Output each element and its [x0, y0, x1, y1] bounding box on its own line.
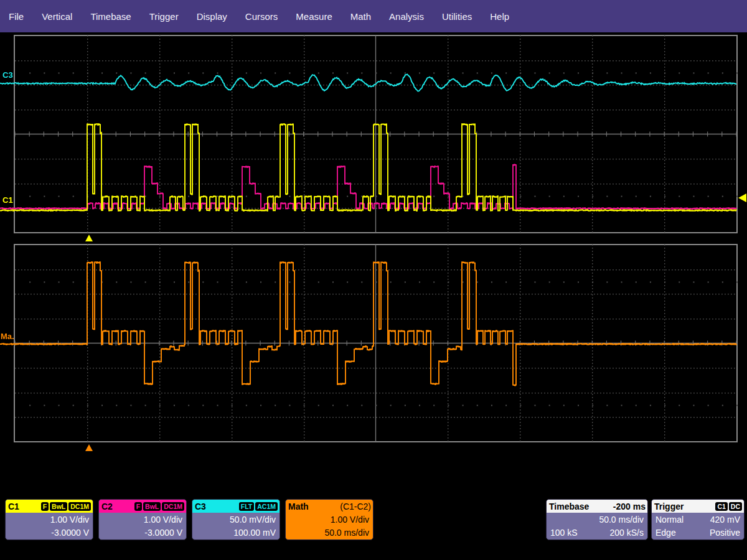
channel-box-header: C1FBwLDC1M [6, 500, 93, 513]
menu-item-analysis[interactable]: Analysis [389, 11, 424, 22]
menu-item-utilities[interactable]: Utilities [442, 11, 472, 22]
trigger-title: Trigger [654, 502, 684, 511]
channel-id-label: C1 [8, 502, 19, 511]
channel-badges: FBwLDC1M [134, 502, 184, 511]
trigger-setting-row: EdgePositive [652, 526, 744, 539]
channel-setting-value: 1.00 V/div [99, 513, 186, 526]
menu-item-vertical[interactable]: Vertical [42, 11, 72, 22]
channel-id-label: C2 [101, 502, 113, 511]
channel-setting-value: -3.0000 V [99, 526, 186, 539]
badge-dc1m: DC1M [68, 502, 91, 511]
channel-id-label: C3 [195, 502, 206, 511]
timebase-box[interactable]: Timebase-200 ms50.0 ms/div100 kS200 kS/s [546, 499, 648, 540]
badge-ac1m: AC1M [255, 502, 278, 511]
timebase-sample-row: 100 kS200 kS/s [547, 526, 647, 539]
channel-setting-value: -3.0000 V [6, 526, 93, 539]
math-trace-label: Ma. [1, 332, 14, 340]
timebase-header: Timebase-200 ms [547, 500, 647, 513]
channel-box-header: C3FLTAC1M [192, 500, 280, 513]
trigger-setting-right: Positive [710, 527, 740, 539]
menu-item-trigger[interactable]: Trigger [149, 11, 179, 22]
badge-dc: DC [729, 502, 742, 511]
waveform-display-top[interactable] [0, 34, 741, 235]
channel-badges: FLTAC1M [239, 502, 278, 511]
timebase-delay-value: -200 ms [613, 502, 646, 511]
badge-f: F [134, 502, 142, 511]
trigger-badges: C1DC [715, 502, 742, 511]
trigger-setting-right: 420 mV [710, 514, 740, 526]
trigger-level-marker[interactable] [738, 194, 746, 202]
channel-box-math[interactable]: Math(C1-C2)1.00 V/div50.0 ms/div [285, 499, 374, 540]
badge-c1: C1 [715, 502, 727, 511]
menu-item-math[interactable]: Math [350, 11, 371, 22]
badge-f: F [41, 502, 49, 511]
channel-setting-value: 1.00 V/div [286, 513, 373, 526]
badge-flt: FLT [239, 502, 254, 511]
badge-bwl: BwL [143, 502, 161, 511]
badge-bwl: BwL [50, 502, 67, 511]
menu-item-measure[interactable]: Measure [296, 11, 332, 22]
channel-box-c1[interactable]: C1FBwLDC1M1.00 V/div-3.0000 V [5, 499, 93, 540]
channel-box-c3[interactable]: C3FLTAC1M50.0 mV/div100.00 mV [192, 499, 280, 540]
badge-dc1m: DC1M [162, 502, 184, 511]
trigger-time-marker-top[interactable] [85, 235, 93, 241]
c1-trace-label: C1 [2, 196, 13, 204]
menu-item-timebase[interactable]: Timebase [90, 11, 131, 22]
trigger-setting-row: Normal420 mV [652, 513, 744, 526]
channel-box-c2[interactable]: C2FBwLDC1M1.00 V/div-3.0000 V [98, 499, 187, 540]
channel-box-header: C2FBwLDC1M [99, 500, 186, 513]
trigger-header: TriggerC1DC [652, 500, 744, 513]
channel-setting-value: 100.00 mV [192, 526, 280, 539]
timebase-title: Timebase [549, 502, 589, 511]
trigger-setting-left: Edge [655, 527, 676, 539]
channel-setting-value: 50.0 ms/div [286, 526, 373, 539]
c3-trace-label: C3 [2, 71, 13, 79]
channel-box-header: Math(C1-C2) [286, 500, 373, 513]
timebase-scale-value: 50.0 ms/div [547, 513, 647, 526]
oscilloscope-screen: FileVerticalTimebaseTriggerDisplayCursor… [0, 0, 747, 560]
menu-bar: FileVerticalTimebaseTriggerDisplayCursor… [0, 0, 747, 32]
waveform-display-bottom[interactable] [0, 243, 741, 444]
trigger-time-marker-bottom[interactable] [85, 444, 93, 451]
sample-rate-value: 200 kS/s [610, 527, 644, 539]
menu-item-help[interactable]: Help [490, 11, 509, 22]
sample-count-value: 100 kS [550, 527, 578, 539]
channel-badges: FBwLDC1M [41, 502, 91, 511]
menu-item-display[interactable]: Display [197, 11, 227, 22]
math-source-label: (C1-C2) [340, 502, 371, 511]
trigger-box[interactable]: TriggerC1DCNormal420 mVEdgePositive [651, 499, 745, 540]
channel-id-label: Math [288, 502, 309, 511]
channel-setting-value: 50.0 mV/div [192, 513, 280, 526]
channel-setting-value: 1.00 V/div [6, 513, 93, 526]
menu-item-cursors[interactable]: Cursors [245, 11, 278, 22]
menu-item-file[interactable]: File [9, 11, 24, 22]
trigger-setting-left: Normal [655, 514, 684, 526]
